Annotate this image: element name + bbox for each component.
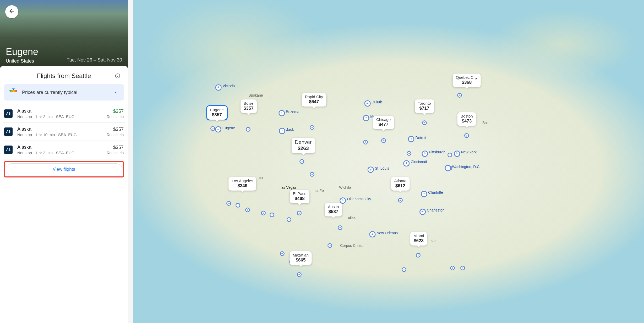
airport-marker-icon[interactable] (261, 211, 266, 215)
airport-marker-icon[interactable] (236, 203, 240, 208)
airport-marker-icon[interactable] (407, 151, 411, 156)
airport-marker-icon[interactable] (245, 208, 250, 212)
price-insight-card[interactable]: Prices are currently typical (4, 84, 124, 101)
price-card-city: Los Angeles (232, 179, 253, 183)
map-city-label: Bozema (279, 110, 299, 116)
flight-price: $357 (107, 145, 124, 150)
airport-marker-icon[interactable] (246, 127, 250, 132)
airline-name: Alaska (17, 108, 102, 114)
price-card-city: Rapid City (305, 94, 323, 99)
airport-marker-icon[interactable] (398, 198, 403, 203)
flight-row[interactable]: ASAlaskaNonstop · 1 hr 2 min · SEA–EUG$3… (3, 105, 125, 123)
view-flights-highlight: View flights (4, 161, 124, 177)
price-card-price: $717 (418, 106, 431, 111)
map-city-label: Cincinnati (403, 160, 427, 166)
info-icon[interactable] (115, 73, 121, 79)
price-card-price: $473 (461, 119, 473, 124)
airport-marker-icon[interactable] (210, 126, 215, 131)
airline-logo-icon: AS (4, 109, 13, 118)
map-price-card[interactable]: Denver$263 (292, 138, 315, 153)
price-card-city: Chicago (376, 117, 391, 122)
destination-country: United States (6, 58, 122, 64)
map-price-card[interactable]: Mazatlan$665 (290, 251, 312, 265)
map-city-label: Oklahoma City (340, 197, 371, 204)
price-card-price: $537 (328, 209, 339, 214)
map-city-label: Pittsburgh (422, 150, 445, 157)
airport-marker-icon[interactable] (299, 159, 304, 164)
airport-marker-icon[interactable] (310, 125, 314, 130)
flight-details: Nonstop · 1 hr 10 min · SEA–EUG (17, 132, 102, 137)
airport-marker-icon[interactable] (297, 211, 302, 215)
flight-price: $357 (107, 109, 124, 114)
airline-name: Alaska (17, 126, 102, 132)
price-card-price: $357 (244, 106, 254, 111)
airport-marker-icon[interactable] (287, 217, 291, 222)
airport-marker-icon[interactable] (270, 213, 274, 217)
price-card-city: Québec City (456, 75, 478, 80)
map-price-card[interactable]: Chicago$477 (373, 116, 394, 129)
map-price-card[interactable]: Québec City$368 (453, 74, 481, 87)
airport-marker-icon[interactable] (416, 253, 421, 258)
flight-row[interactable]: ASAlaskaNonstop · 1 hr 10 min · SEA–EUG$… (3, 123, 125, 141)
airport-marker-icon[interactable] (338, 225, 342, 230)
price-card-price: $647 (305, 99, 323, 104)
airport-marker-icon[interactable] (450, 266, 455, 270)
map-price-card[interactable]: Toronto$717 (414, 99, 434, 113)
chevron-down-icon (113, 90, 118, 95)
map-price-card[interactable]: Los Angeles$349 (228, 177, 256, 191)
map-city-label: Eugene (215, 126, 235, 133)
map-price-card[interactable]: Austin$537 (325, 203, 342, 216)
map-city-label: New York (454, 150, 477, 157)
airport-marker-icon[interactable] (363, 140, 368, 144)
map-price-card[interactable]: El Paso$468 (290, 190, 310, 203)
map-price-card[interactable]: Boise$357 (241, 99, 257, 113)
airport-marker-icon[interactable] (297, 272, 302, 277)
trip-type: Round trip (107, 133, 124, 137)
results-content: Flights from Seattle Prices are currentl… (0, 66, 128, 323)
map-price-card[interactable]: Rapid City$647 (302, 93, 326, 107)
map-city-label: Jack (279, 127, 294, 134)
price-card-city: Boise (244, 101, 254, 105)
flight-price: $357 (107, 127, 124, 132)
airport-marker-icon[interactable] (226, 201, 231, 206)
map-price-card[interactable]: Atlanta$612 (391, 177, 410, 191)
map-city-label: Victoria (215, 84, 235, 91)
map-price-card[interactable]: Miami$623 (410, 232, 427, 246)
map-price-card[interactable]: Boston$473 (457, 112, 476, 126)
arrow-left-icon (8, 8, 15, 16)
price-insight-text: Prices are currently typical (22, 90, 77, 95)
price-card-price: $665 (293, 258, 309, 263)
view-flights-button[interactable]: View flights (6, 163, 122, 175)
price-card-city: Miami (413, 233, 424, 238)
price-card-price: $468 (293, 196, 307, 201)
airport-marker-icon[interactable] (328, 243, 332, 248)
price-card-price: $263 (295, 146, 312, 151)
map-price-card[interactable]: Eugene$357 (207, 106, 227, 120)
airport-marker-icon[interactable] (280, 251, 285, 256)
airport-marker-icon[interactable] (422, 120, 427, 125)
map-terrain (133, 0, 644, 323)
price-card-price: $612 (394, 183, 406, 188)
airport-marker-icon[interactable] (381, 138, 386, 143)
explore-map[interactable]: VictoriaEugeneSpokaneBozemaJackDuluthMin… (133, 0, 644, 323)
price-card-price: $368 (456, 80, 478, 85)
flight-details: Nonstop · 1 hr 2 min · SEA–EUG (17, 151, 102, 155)
airport-marker-icon[interactable] (460, 266, 465, 270)
airport-marker-icon[interactable] (464, 133, 469, 138)
price-card-city: Denver (295, 139, 312, 145)
airline-logo-icon: AS (4, 146, 13, 154)
price-card-city: Eugene (210, 108, 224, 112)
back-button[interactable] (5, 5, 18, 18)
price-card-city: Boston (461, 114, 473, 118)
airport-marker-icon[interactable] (402, 267, 406, 272)
airport-marker-icon[interactable] (457, 93, 462, 98)
airport-marker-icon[interactable] (310, 172, 314, 177)
airport-marker-icon[interactable] (447, 153, 452, 157)
map-city-label: Charlotte (421, 191, 443, 197)
map-city-label: Detroit (408, 136, 426, 142)
price-card-city: El Paso (293, 191, 307, 196)
flight-row[interactable]: ASAlaskaNonstop · 1 hr 2 min · SEA–EUG$3… (3, 141, 125, 159)
map-city-label: New Orleans (369, 231, 398, 238)
map-city-label: St. Louis (368, 166, 389, 173)
flight-list: ASAlaskaNonstop · 1 hr 2 min · SEA–EUG$3… (3, 105, 125, 159)
